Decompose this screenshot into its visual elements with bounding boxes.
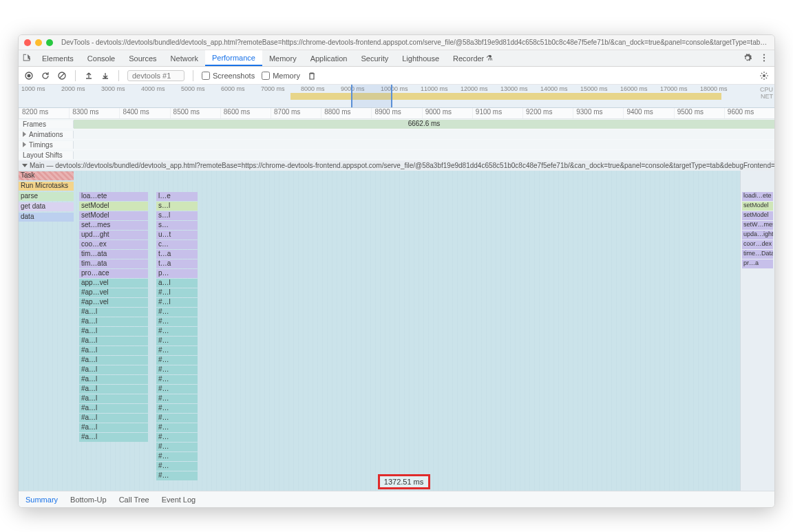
flame-entry[interactable]: #a…l — [79, 375, 148, 384]
flame-entry[interactable]: #a…l — [79, 346, 148, 355]
flame-entry[interactable]: #a…l — [79, 385, 148, 394]
clear-icon[interactable] — [57, 71, 67, 81]
zoom-window-icon[interactable] — [46, 39, 53, 46]
tab-sources[interactable]: Sources — [122, 50, 163, 66]
flame-entry[interactable]: s…l — [156, 211, 198, 220]
flame-entry[interactable]: t…a — [156, 259, 198, 268]
flame-entry[interactable]: s…l — [156, 202, 198, 211]
flame-entry[interactable]: #a…l — [79, 356, 148, 365]
flame-entry[interactable]: #a…l — [79, 308, 148, 317]
flame-entry[interactable]: #…l — [156, 298, 198, 307]
close-window-icon[interactable] — [24, 39, 31, 46]
track-timings-label[interactable]: Timings — [19, 141, 74, 149]
flame-entry[interactable]: #… — [156, 308, 198, 317]
details-tab-call-tree[interactable]: Call Tree — [119, 496, 149, 504]
reload-icon[interactable] — [41, 71, 50, 81]
flame-entry[interactable]: parse — [19, 192, 74, 201]
flame-entry[interactable]: tim…ata — [79, 259, 148, 268]
flame-entry[interactable]: #… — [156, 443, 198, 451]
flame-entry[interactable]: #… — [156, 346, 198, 355]
flame-entry[interactable]: #a…l — [79, 327, 148, 336]
flame-entry[interactable]: #… — [156, 327, 198, 336]
flame-entry[interactable]: #a…l — [79, 404, 148, 413]
tab-application[interactable]: Application — [304, 50, 355, 66]
flame-entry[interactable]: #… — [156, 452, 198, 461]
flame-entry[interactable]: pro…ace — [79, 269, 148, 278]
flame-entry[interactable]: set…mes — [79, 221, 148, 230]
flame-entry[interactable]: #… — [156, 375, 198, 384]
flame-entry[interactable]: #a…l — [79, 365, 148, 374]
flame-entry[interactable]: l…e — [156, 192, 198, 201]
flame-entry[interactable]: #… — [156, 414, 198, 423]
details-tab-bottom-up[interactable]: Bottom-Up — [70, 496, 107, 504]
flame-entry[interactable]: u…t — [156, 231, 198, 240]
track-animations-label[interactable]: Animations — [19, 131, 74, 138]
tab-elements[interactable]: Elements — [35, 50, 81, 66]
flame-entry[interactable]: a…l — [156, 279, 198, 288]
flame-entry[interactable]: #… — [156, 317, 198, 326]
tab-performance[interactable]: Performance — [205, 50, 262, 66]
details-tab-event-log[interactable]: Event Log — [162, 496, 196, 504]
flame-entry[interactable]: data — [19, 213, 74, 222]
flame-entry[interactable]: #a…l — [79, 394, 148, 403]
flame-entry[interactable]: loa…ete — [79, 192, 148, 201]
tab-security[interactable]: Security — [354, 50, 395, 66]
flame-entry[interactable]: #ap…vel — [79, 298, 148, 307]
flame-entry[interactable]: #… — [156, 356, 198, 365]
tab-recorder[interactable]: Recorder ⚗ — [446, 50, 500, 66]
flame-entry[interactable]: #… — [156, 404, 198, 413]
capture-settings-gear-icon[interactable] — [759, 71, 769, 81]
flame-entry[interactable]: #… — [156, 471, 198, 480]
minimize-window-icon[interactable] — [35, 39, 42, 46]
upload-icon[interactable] — [84, 71, 94, 81]
inspect-icon[interactable] — [19, 53, 35, 64]
memory-checkbox[interactable] — [262, 72, 270, 80]
flame-entry[interactable]: c… — [156, 240, 198, 249]
flame-entry[interactable]: #… — [156, 365, 198, 374]
flame-entry[interactable]: setModel — [79, 202, 148, 211]
flame-entry[interactable]: #…l — [156, 288, 198, 297]
flame-entry[interactable]: #a…l — [79, 423, 148, 432]
overview-selection[interactable] — [351, 85, 392, 107]
flame-entry[interactable]: #… — [156, 337, 198, 345]
flame-entry[interactable]: s… — [156, 221, 198, 230]
screenshots-checkbox[interactable] — [202, 72, 210, 80]
tab-console[interactable]: Console — [81, 50, 122, 66]
flame-entry[interactable]: tim…ata — [79, 250, 148, 259]
flame-entry[interactable]: #… — [156, 462, 198, 471]
flame-entry[interactable]: #a…l — [79, 337, 148, 345]
flame-entry[interactable]: #… — [156, 394, 198, 403]
flame-entry[interactable]: #ap…vel — [79, 288, 148, 297]
flame-entry[interactable]: Task — [19, 171, 74, 180]
flame-entry[interactable]: #… — [156, 385, 198, 394]
flame-entry[interactable]: upd…ght — [79, 231, 148, 240]
trash-icon[interactable] — [307, 71, 317, 81]
memory-toggle[interactable]: Memory — [262, 72, 300, 80]
frame-bar[interactable]: 6662.6 ms — [74, 120, 774, 129]
timeline-overview[interactable]: 1000 ms2000 ms3000 ms4000 ms5000 ms6000 … — [19, 85, 774, 108]
settings-gear-icon[interactable] — [743, 53, 752, 64]
flame-entry[interactable]: p… — [156, 269, 198, 278]
flame-chart[interactable]: Frames 6662.6 ms Animations Timings Layo… — [19, 119, 774, 491]
flame-entry[interactable]: Run Microtasks — [19, 182, 74, 191]
tab-memory[interactable]: Memory — [262, 50, 304, 66]
tab-network[interactable]: Network — [164, 50, 205, 66]
flame-entry[interactable]: #a…l — [79, 414, 148, 423]
download-icon[interactable] — [101, 71, 110, 81]
flame-entry[interactable]: #a…l — [79, 433, 148, 442]
kebab-menu-icon[interactable] — [759, 53, 769, 64]
tab-lighthouse[interactable]: Lighthouse — [395, 50, 446, 66]
details-tab-summary[interactable]: Summary — [25, 496, 58, 504]
flame-entry[interactable]: coo…ex — [79, 240, 148, 249]
flame-entry[interactable]: setModel — [79, 211, 148, 220]
flame-entry[interactable]: #a…l — [79, 317, 148, 326]
profile-select[interactable]: devtools #1 — [127, 70, 184, 81]
screenshots-toggle[interactable]: Screenshots — [202, 72, 255, 80]
flame-entry[interactable]: #… — [156, 433, 198, 442]
flame-entry[interactable]: #… — [156, 423, 198, 432]
main-thread-header[interactable]: Main — devtools://devtools/bundled/devto… — [19, 160, 774, 171]
flame-entry[interactable]: get data — [19, 202, 74, 211]
track-layout-shifts-label[interactable]: Layout Shifts — [19, 151, 74, 159]
detail-ruler[interactable]: 8200 ms8300 ms8400 ms8500 ms8600 ms8700 … — [19, 108, 774, 119]
track-frames-label[interactable]: Frames — [19, 120, 74, 128]
